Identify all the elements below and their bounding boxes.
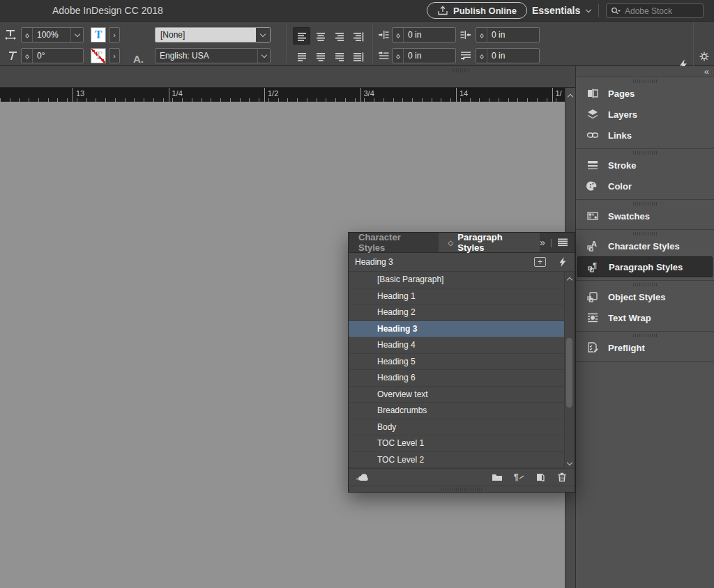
upload-icon xyxy=(437,5,448,16)
justify-last-center-icon xyxy=(315,51,326,62)
panel-dock: « Pages Layers Links Stro xyxy=(575,66,714,588)
collapse-dock-icon[interactable]: « xyxy=(704,66,708,77)
dock-item-label: Character Styles xyxy=(608,241,680,252)
scale-dropdown-button[interactable] xyxy=(70,28,83,42)
scrollbar-thumb[interactable] xyxy=(566,338,572,408)
delete-style-icon[interactable] xyxy=(556,472,568,483)
dock-item-text-wrap[interactable]: Text Wrap xyxy=(576,307,714,328)
justify-last-center-button[interactable] xyxy=(312,47,329,65)
stepper-arrows[interactable] xyxy=(22,49,33,63)
dock-item-label: Layers xyxy=(608,109,637,120)
paragraph-styles-icon: ¶ xyxy=(587,261,600,273)
panel-menu-icon[interactable] xyxy=(558,238,568,247)
style-row[interactable]: TOC Level 2 xyxy=(349,452,575,469)
scroll-up-arrow-icon[interactable] xyxy=(567,277,572,283)
strikethrough-color-swatch[interactable]: T xyxy=(91,48,106,63)
style-row[interactable]: Breadcrumbs xyxy=(349,403,575,419)
styles-list-scrollbar[interactable] xyxy=(564,272,575,468)
style-row[interactable]: Body xyxy=(349,419,575,436)
dock-item-character-styles[interactable]: A Character Styles xyxy=(576,235,714,256)
tab-label: Paragraph Styles xyxy=(457,232,530,253)
strikethrough-flyout-button[interactable]: › xyxy=(109,48,120,63)
dock-item-color[interactable]: Color xyxy=(576,176,714,196)
search-icon xyxy=(610,6,621,17)
dock-item-layers[interactable]: Layers xyxy=(576,104,714,125)
ruler-label: 1/2 xyxy=(264,88,278,102)
style-row[interactable]: TOC Level 1 xyxy=(349,435,575,452)
stepper-arrows[interactable] xyxy=(393,49,404,63)
dock-item-preflight[interactable]: Preflight xyxy=(576,337,714,358)
clear-overrides-icon[interactable]: ¶ xyxy=(513,472,524,483)
right-indent-icon xyxy=(460,29,471,40)
publish-online-button[interactable]: Publish Online xyxy=(427,2,527,19)
dock-item-links[interactable]: Links xyxy=(576,125,714,146)
align-center-icon xyxy=(315,31,326,42)
left-indent-icon xyxy=(378,29,389,40)
align-center-button[interactable] xyxy=(312,27,329,45)
stepper-arrows[interactable] xyxy=(476,28,487,42)
dock-item-label: Preflight xyxy=(608,343,645,353)
style-row[interactable]: [Basic Paragraph] xyxy=(349,272,575,288)
skew-angle-value: 0° xyxy=(33,49,83,63)
right-indent-field[interactable]: 0 in xyxy=(476,27,540,42)
stepper-arrows[interactable] xyxy=(476,49,487,63)
style-row[interactable]: Overview text xyxy=(349,387,575,403)
align-toward-spine-button[interactable] xyxy=(349,27,367,45)
justify-last-right-button[interactable] xyxy=(331,47,348,65)
style-row[interactable]: Heading 4 xyxy=(349,337,575,354)
character-color-flyout-button[interactable]: › xyxy=(109,27,120,42)
scroll-down-arrow-icon[interactable] xyxy=(567,460,572,465)
new-style-icon[interactable] xyxy=(535,472,546,483)
dock-item-stroke[interactable]: Stroke xyxy=(576,155,714,176)
justify-away-spine-button[interactable] xyxy=(349,47,367,65)
character-style-combo[interactable]: [None] xyxy=(155,27,271,42)
adobe-stock-search[interactable] xyxy=(606,3,704,18)
cc-sync-icon[interactable] xyxy=(356,472,370,483)
first-line-indent-field[interactable]: 0 in xyxy=(392,48,456,63)
window-title: Adobe InDesign CC 2018 xyxy=(52,0,163,21)
align-right-icon xyxy=(334,31,345,42)
style-row[interactable]: Heading 1 xyxy=(349,288,575,305)
style-row[interactable]: Heading 5 xyxy=(349,354,575,371)
style-row-selected[interactable]: Heading 3 xyxy=(349,321,575,338)
language-combo[interactable]: English: USA xyxy=(155,48,271,63)
tab-paragraph-styles[interactable]: ◇ Paragraph Styles xyxy=(439,233,540,252)
stepper-arrows[interactable] xyxy=(22,28,33,42)
create-style-icon[interactable]: + xyxy=(534,257,546,267)
scroll-up-arrow-icon[interactable] xyxy=(568,94,573,100)
justify-away-spine-icon xyxy=(353,51,364,62)
skew-angle-field[interactable]: 0° xyxy=(21,48,84,63)
style-override-icon[interactable] xyxy=(557,256,568,268)
language-dropdown-button[interactable] xyxy=(257,49,270,63)
align-right-button[interactable] xyxy=(331,27,348,45)
character-style-dropdown-button[interactable] xyxy=(256,28,270,42)
collapse-panel-icon[interactable]: » xyxy=(540,237,545,248)
style-row[interactable]: Heading 2 xyxy=(349,304,575,321)
last-line-indent-field[interactable]: 0 in xyxy=(476,48,540,63)
dock-item-pages[interactable]: Pages xyxy=(576,83,714,104)
style-group-folder-icon[interactable] xyxy=(492,472,503,483)
stepper-arrows[interactable] xyxy=(393,28,404,42)
dock-item-label: Object Styles xyxy=(608,292,665,302)
tab-label: Character Styles xyxy=(358,232,429,253)
left-indent-field[interactable]: 0 in xyxy=(392,27,456,42)
gear-icon[interactable] xyxy=(699,51,710,62)
dock-item-swatches[interactable]: Swatches xyxy=(576,206,714,226)
stock-search-input[interactable] xyxy=(625,6,699,16)
dock-group: Object Styles Text Wrap xyxy=(576,281,714,332)
tab-character-styles[interactable]: Character Styles xyxy=(349,233,439,252)
svg-text:¶: ¶ xyxy=(593,261,597,270)
horizontal-scale-field[interactable]: 100% xyxy=(21,27,84,42)
dock-item-object-styles[interactable]: Object Styles xyxy=(576,286,714,307)
style-row[interactable]: Heading 6 xyxy=(349,370,575,387)
document-window-header xyxy=(0,66,575,88)
justify-last-left-button[interactable] xyxy=(293,47,310,65)
last-line-indent-icon xyxy=(460,50,471,61)
character-color-swatch[interactable]: T xyxy=(91,27,106,42)
workspace-switcher[interactable]: Essentials xyxy=(532,0,591,21)
align-left-button[interactable] xyxy=(293,27,310,45)
dock-item-label: Pages xyxy=(608,88,635,99)
panel-drag-grip[interactable] xyxy=(452,68,470,72)
dock-item-paragraph-styles[interactable]: ¶ Paragraph Styles xyxy=(577,256,713,277)
panel-resize-handle[interactable] xyxy=(349,486,575,493)
